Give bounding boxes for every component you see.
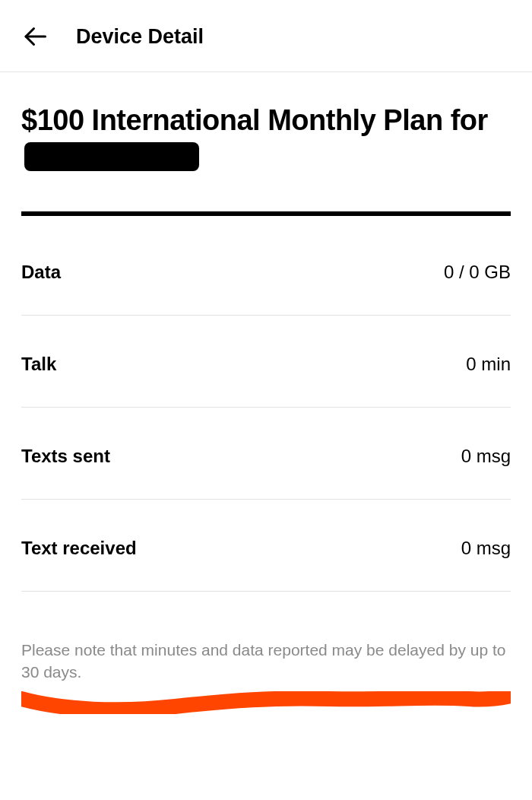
redacted-name: [24, 142, 199, 171]
usage-row-talk: Talk 0 min: [21, 316, 511, 408]
page-title: Device Detail: [76, 25, 204, 49]
orange-underline-annotation: [21, 691, 511, 714]
usage-list: Data 0 / 0 GB Talk 0 min Texts sent 0 ms…: [21, 224, 511, 592]
usage-row-texts-sent: Texts sent 0 msg: [21, 408, 511, 500]
disclaimer-text: Please note that minutes and data report…: [21, 639, 511, 684]
usage-value: 0 min: [466, 354, 511, 375]
plan-title: $100 International Monthly Plan for: [21, 103, 511, 175]
usage-label: Talk: [21, 354, 56, 375]
usage-label: Texts sent: [21, 446, 110, 467]
usage-row-text-received: Text received 0 msg: [21, 500, 511, 592]
usage-row-data: Data 0 / 0 GB: [21, 224, 511, 316]
usage-value: 0 / 0 GB: [444, 262, 511, 283]
header: Device Detail: [0, 0, 532, 72]
usage-value: 0 msg: [461, 446, 511, 467]
plan-title-text: $100 International Monthly Plan for: [21, 104, 488, 136]
back-icon[interactable]: [21, 23, 49, 50]
usage-label: Text received: [21, 538, 137, 559]
usage-value: 0 msg: [461, 538, 511, 559]
content: $100 International Monthly Plan for Data…: [0, 72, 532, 714]
usage-label: Data: [21, 262, 61, 283]
divider-thick: [21, 211, 511, 216]
